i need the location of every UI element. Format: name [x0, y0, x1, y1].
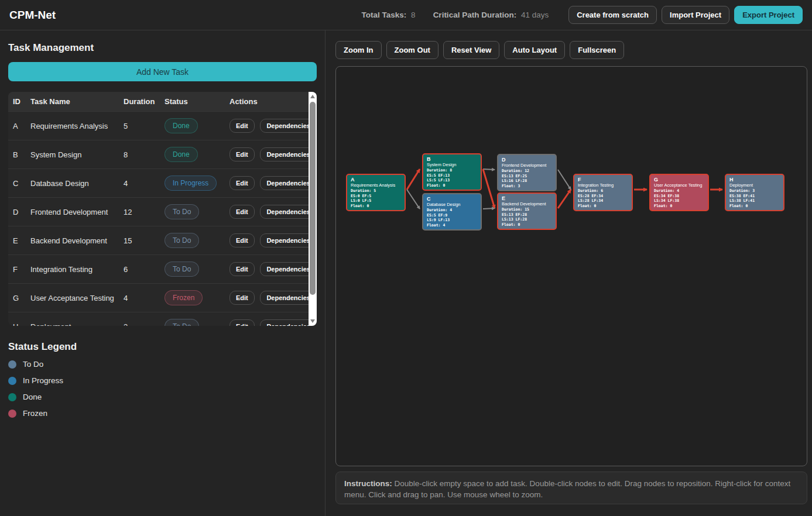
node-id: G	[654, 177, 704, 183]
table-scrollbar[interactable]	[309, 92, 317, 326]
task-duration: 5	[124, 122, 165, 130]
edge-C-E	[483, 208, 495, 209]
table-row: F Integration Testing 6 To Do Edit Depen…	[8, 254, 317, 283]
status-legend: To Do In Progress Done Frozen	[8, 360, 317, 418]
node-metric: ES:0 EF:5	[351, 194, 401, 199]
app-header: CPM-Net Total Tasks: 8 Critical Path Dur…	[0, 0, 812, 30]
edit-button[interactable]: Edit	[229, 205, 255, 219]
instructions-label: Instructions:	[344, 479, 392, 488]
table-row: H Deployment 3 To Do Edit Dependencies	[8, 312, 317, 326]
table-row: B System Design 8 Done Edit Dependencies	[8, 140, 317, 168]
graph-node-F[interactable]: FIntegration TestingDuration: 6ES:28 EF:…	[573, 174, 633, 211]
col-header-status: Status	[165, 97, 229, 106]
edge-E-F	[558, 190, 571, 208]
fullscreen-button[interactable]: Fullscreen	[570, 41, 624, 59]
col-header-duration: Duration	[124, 97, 165, 106]
node-metric: Duration: 4	[427, 208, 477, 213]
node-metric: Float: 0	[502, 222, 552, 228]
legend-label: Done	[23, 393, 42, 401]
node-metric: Float: 0	[654, 204, 704, 209]
zoom-out-button[interactable]: Zoom Out	[386, 41, 438, 59]
node-metric: LS:5 LF:13	[427, 178, 477, 183]
scroll-up-icon[interactable]	[310, 95, 315, 98]
task-name: Frontend Development	[30, 208, 124, 216]
edge-B-D	[483, 169, 495, 170]
node-metric: Float: 0	[578, 204, 628, 209]
status-badge: In Progress	[165, 176, 217, 191]
table-row: D Frontend Development 12 To Do Edit Dep…	[8, 197, 317, 226]
node-name: User Acceptance Testing	[654, 183, 704, 188]
node-id: B	[427, 156, 477, 162]
task-id: C	[13, 179, 30, 188]
status-badge: Done	[165, 118, 198, 133]
node-metric: Duration: 3	[729, 188, 780, 194]
legend-item: To Do	[8, 360, 317, 369]
node-id: D	[502, 157, 552, 163]
node-metric: ES:5 EF:13	[427, 173, 477, 178]
graph-canvas[interactable]: ARequirements AnalysisDuration: 5ES:0 EF…	[335, 66, 807, 466]
task-name: System Design	[30, 150, 124, 159]
task-id: G	[13, 294, 30, 302]
node-metric: ES:13 EF:25	[502, 174, 552, 179]
task-name: Backend Development	[30, 236, 124, 245]
node-metric: LS:38 LF:41	[729, 198, 780, 204]
instructions-text: Double-click empty space to add task. Do…	[344, 479, 790, 499]
graph-node-H[interactable]: HDeploymentDuration: 3ES:38 EF:41LS:38 L…	[725, 174, 784, 211]
legend-label: To Do	[23, 360, 43, 369]
table-row: G User Acceptance Testing 4 Frozen Edit …	[8, 283, 317, 312]
export-project-button[interactable]: Export Project	[734, 6, 803, 24]
graph-node-G[interactable]: GUser Acceptance TestingDuration: 4ES:34…	[649, 174, 709, 211]
legend-color-dot	[8, 410, 16, 418]
node-metric: Float: 3	[502, 184, 552, 189]
graph-node-D[interactable]: DFrontend DevelopmentDuration: 12ES:13 E…	[497, 154, 557, 191]
edge-D-F	[558, 170, 571, 190]
stat-value: 41 days	[521, 11, 549, 19]
node-name: Integration Testing	[578, 183, 628, 188]
auto-layout-button[interactable]: Auto Layout	[504, 41, 565, 59]
node-metric: LS:28 LF:34	[578, 198, 628, 204]
task-duration: 3	[124, 322, 165, 326]
node-metric: Float: 0	[427, 183, 477, 188]
node-metric: ES:28 EF:34	[578, 194, 628, 199]
zoom-in-button[interactable]: Zoom In	[335, 41, 382, 59]
task-name: Deployment	[30, 322, 124, 326]
import-project-button[interactable]: Import Project	[662, 6, 729, 24]
graph-node-E[interactable]: EBackend DevelopmentDuration: 15ES:13 EF…	[497, 192, 557, 230]
edit-button[interactable]: Edit	[229, 262, 255, 276]
edit-button[interactable]: Edit	[229, 319, 255, 326]
graph-node-C[interactable]: CDatabase DesignDuration: 4ES:5 EF:9LS:9…	[422, 193, 482, 231]
add-new-task-button[interactable]: Add New Task	[8, 62, 317, 81]
node-metric: Duration: 15	[502, 207, 552, 212]
graph-node-A[interactable]: ARequirements AnalysisDuration: 5ES:0 EF…	[346, 174, 406, 211]
edge-B-E	[483, 169, 495, 208]
table-body: A Requirements Analysis 5 Done Edit Depe…	[8, 111, 317, 326]
create-from-scratch-button[interactable]: Create from scratch	[568, 6, 657, 24]
graph-node-B[interactable]: BSystem DesignDuration: 8ES:5 EF:13LS:5 …	[422, 153, 482, 191]
node-metric: LS:13 LF:28	[502, 217, 552, 222]
table-row: E Backend Development 15 To Do Edit Depe…	[8, 226, 317, 254]
legend-label: Frozen	[23, 409, 47, 418]
node-name: Backend Development	[502, 201, 552, 207]
legend-item: In Progress	[8, 376, 317, 385]
node-metric: Float: 0	[351, 204, 401, 209]
status-badge: To Do	[165, 319, 199, 326]
task-duration: 8	[124, 150, 165, 159]
edit-button[interactable]: Edit	[229, 176, 255, 190]
reset-view-button[interactable]: Reset View	[443, 41, 499, 59]
legend-color-dot	[8, 393, 16, 401]
legend-item: Frozen	[8, 409, 317, 418]
table-row: C Database Design 4 In Progress Edit Dep…	[8, 168, 317, 197]
edit-button[interactable]: Edit	[229, 147, 255, 161]
node-metric: ES:5 EF:9	[427, 213, 477, 218]
edit-button[interactable]: Edit	[229, 119, 255, 133]
scroll-down-icon[interactable]	[310, 319, 315, 323]
task-duration: 4	[124, 294, 165, 302]
edit-button[interactable]: Edit	[229, 233, 255, 247]
status-badge: To Do	[165, 233, 199, 248]
node-metric: Float: 4	[427, 223, 477, 228]
node-id: A	[351, 177, 401, 183]
edit-button[interactable]: Edit	[229, 291, 255, 305]
task-name: Integration Testing	[30, 265, 124, 274]
scrollbar-thumb[interactable]	[310, 102, 316, 295]
node-metric: Duration: 5	[351, 188, 401, 194]
